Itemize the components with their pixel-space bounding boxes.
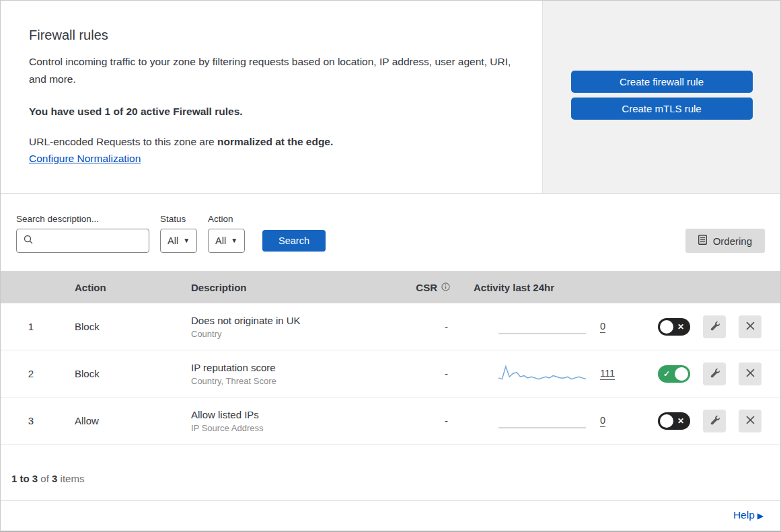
edit-rule-button[interactable] xyxy=(703,410,726,432)
rule-controls: ✕ xyxy=(626,410,780,432)
action-dropdown-value: All xyxy=(215,235,226,246)
column-csr-label: CSR xyxy=(416,282,437,293)
action-label: Action xyxy=(208,214,245,224)
search-icon xyxy=(24,235,33,247)
status-label: Status xyxy=(160,214,197,224)
rule-csr: - xyxy=(398,368,458,379)
firewall-rules-page: Firewall rules Control incoming traffic … xyxy=(0,0,781,532)
activity-count-link[interactable]: 111 xyxy=(600,367,615,380)
page-title: Firewall rules xyxy=(29,28,514,43)
list-document-icon xyxy=(698,235,707,247)
activity-sparkline xyxy=(498,317,586,337)
column-csr: CSR xyxy=(398,282,458,293)
rule-number: 2 xyxy=(1,368,61,379)
column-activity: Activity last 24hr xyxy=(458,282,626,293)
table-row: 3 Allow Allow listed IPs IP Source Addre… xyxy=(1,397,780,445)
summary-section: Firewall rules Control incoming traffic … xyxy=(1,1,780,194)
rule-description: Allow listed IPs xyxy=(191,409,398,420)
rule-activity-cell: 0 xyxy=(458,411,626,431)
usage-text: You have used 1 of 20 active Firewall ru… xyxy=(29,106,514,118)
items-of-text: of xyxy=(40,473,49,484)
toggle-state-icon: ✕ xyxy=(677,416,684,426)
summary-text-panel: Firewall rules Control incoming traffic … xyxy=(1,1,543,193)
create-firewall-rule-button[interactable]: Create firewall rule xyxy=(571,71,753,93)
activity-sparkline xyxy=(498,364,586,384)
items-range: 1 to 3 xyxy=(11,473,38,484)
rule-fields: Country xyxy=(191,329,398,339)
edit-rule-button[interactable] xyxy=(703,363,726,385)
rule-number: 3 xyxy=(1,415,61,426)
search-group: Search description... xyxy=(16,214,149,253)
filter-bar: Search description... Status All ▼ Actio… xyxy=(1,194,780,271)
delete-rule-button[interactable] xyxy=(739,315,761,338)
rule-description-cell: IP reputation score Country, Threat Scor… xyxy=(179,362,398,386)
close-icon xyxy=(746,369,755,379)
normalization-text: URL-encoded Requests to this zone are no… xyxy=(29,136,514,148)
activity-count-link[interactable]: 0 xyxy=(600,414,605,427)
toggle-state-icon: ✓ xyxy=(663,369,670,379)
activity-sparkline xyxy=(498,411,586,431)
rule-number: 1 xyxy=(1,321,61,332)
configure-normalization-link[interactable]: Configure Normalization xyxy=(29,153,141,164)
items-label: items xyxy=(61,473,85,484)
chevron-down-icon: ▼ xyxy=(183,237,190,244)
rule-csr: - xyxy=(398,321,458,332)
info-icon[interactable] xyxy=(441,282,450,293)
column-description: Description xyxy=(179,282,398,293)
rule-enable-toggle[interactable]: ✕ xyxy=(658,412,690,430)
toggle-knob xyxy=(660,414,673,428)
toggle-state-icon: ✕ xyxy=(677,322,684,332)
search-button[interactable]: Search xyxy=(262,230,326,252)
items-total: 3 xyxy=(52,473,57,484)
table-header: Action Description CSR Activity last 24h… xyxy=(1,271,780,303)
close-icon xyxy=(746,416,755,426)
rule-enable-toggle[interactable]: ✓ xyxy=(658,365,690,383)
toggle-knob xyxy=(660,320,673,334)
activity-count-link[interactable]: 0 xyxy=(600,320,605,333)
rule-description: IP reputation score xyxy=(191,362,398,373)
rule-action: Allow xyxy=(61,415,179,426)
rule-controls: ✕ xyxy=(626,315,780,338)
rule-description-cell: Does not originate in UK Country xyxy=(179,315,398,339)
action-dropdown[interactable]: All ▼ xyxy=(208,229,245,253)
wrench-icon xyxy=(710,415,720,427)
normalization-prefix: URL-encoded Requests to this zone are xyxy=(29,136,215,147)
table-row: 2 Block IP reputation score Country, Thr… xyxy=(1,350,780,397)
rule-description: Does not originate in UK xyxy=(191,315,398,326)
rule-csr: - xyxy=(398,415,458,426)
help-label: Help xyxy=(733,509,755,521)
status-dropdown-value: All xyxy=(168,235,178,246)
rule-enable-toggle[interactable]: ✕ xyxy=(658,318,690,336)
wrench-icon xyxy=(710,368,720,380)
edit-rule-button[interactable] xyxy=(703,315,726,338)
help-bar: Help▶ xyxy=(1,500,780,531)
table-row: 1 Block Does not originate in UK Country… xyxy=(1,303,780,350)
status-filter-group: Status All ▼ xyxy=(160,214,197,253)
action-filter-group: Action All ▼ xyxy=(208,214,245,253)
rule-fields: IP Source Address xyxy=(191,423,398,433)
search-input[interactable] xyxy=(38,235,142,246)
search-input-box[interactable] xyxy=(16,229,149,253)
page-description: Control incoming traffic to your zone by… xyxy=(29,53,514,89)
search-label: Search description... xyxy=(16,214,149,224)
arrow-right-icon: ▶ xyxy=(757,511,764,521)
column-action: Action xyxy=(61,282,179,293)
delete-rule-button[interactable] xyxy=(739,410,761,432)
rule-description-cell: Allow listed IPs IP Source Address xyxy=(179,409,398,433)
rule-activity-cell: 111 xyxy=(458,364,626,384)
status-dropdown[interactable]: All ▼ xyxy=(160,229,197,253)
ordering-button-label: Ordering xyxy=(713,235,752,247)
items-count: 1 to 3 of 3 items xyxy=(1,445,780,498)
rule-action: Block xyxy=(61,321,179,332)
delete-rule-button[interactable] xyxy=(739,363,761,385)
close-icon xyxy=(746,321,755,332)
rule-fields: Country, Threat Score xyxy=(191,376,398,386)
actions-panel: Create firewall rule Create mTLS rule xyxy=(543,1,780,193)
rule-controls: ✓ xyxy=(626,363,780,385)
ordering-button[interactable]: Ordering xyxy=(685,229,765,253)
rule-activity-cell: 0 xyxy=(458,317,626,337)
normalization-bold: normalized at the edge. xyxy=(217,136,333,147)
toggle-knob xyxy=(675,367,688,381)
create-mtls-rule-button[interactable]: Create mTLS rule xyxy=(571,98,753,120)
help-link[interactable]: Help▶ xyxy=(733,509,764,521)
